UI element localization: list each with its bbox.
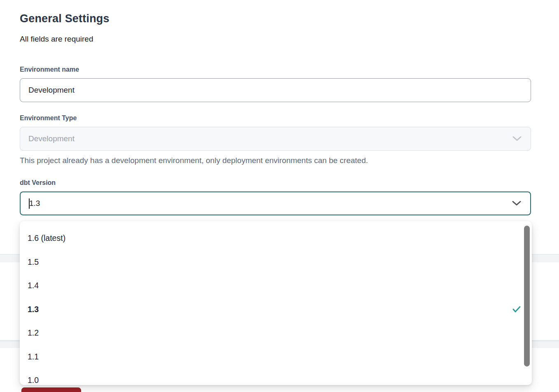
- dropdown-option[interactable]: 1.6 (latest): [20, 226, 532, 250]
- option-label: 1.3: [28, 305, 39, 314]
- option-label: 1.5: [28, 257, 39, 267]
- option-label: 1.0: [28, 376, 39, 385]
- dbt-version-dropdown-menu: 1.6 (latest) 1.5 1.4 1.3 1.2 1.1 1.0: [20, 221, 532, 385]
- page-title: General Settings: [20, 12, 109, 25]
- page-subtitle: All fields are required: [20, 35, 93, 44]
- dropdown-option[interactable]: 1.2: [20, 321, 532, 345]
- dropdown-scrollbar-thumb[interactable]: [524, 226, 530, 366]
- dropdown-option-selected[interactable]: 1.3: [20, 298, 532, 322]
- environment-name-input[interactable]: [20, 78, 531, 102]
- check-icon: [512, 305, 521, 313]
- environment-type-label: Environment Type: [20, 114, 77, 122]
- dbt-version-label: dbt Version: [20, 179, 56, 187]
- dropdown-option[interactable]: 1.0: [20, 369, 532, 385]
- option-label: 1.1: [28, 352, 39, 362]
- environment-type-helper-text: This project already has a development e…: [20, 156, 368, 165]
- environment-settings-page: General Settings All fields are required…: [0, 0, 559, 392]
- environment-name-label: Environment name: [20, 66, 79, 73]
- environment-type-value: Development: [28, 134, 75, 143]
- option-label: 1.2: [28, 328, 39, 338]
- chevron-down-icon: [512, 136, 522, 142]
- chevron-down-icon[interactable]: [512, 201, 521, 206]
- dropdown-option[interactable]: 1.1: [20, 345, 532, 369]
- dbt-version-value: 1.3: [29, 199, 40, 208]
- dropdown-option[interactable]: 1.5: [20, 250, 532, 274]
- dbt-version-combobox[interactable]: 1.3: [20, 191, 531, 215]
- option-label: 1.4: [28, 281, 39, 290]
- option-label: 1.6 (latest): [28, 233, 65, 243]
- dropdown-option[interactable]: 1.4: [20, 274, 532, 298]
- environment-type-select: Development: [20, 127, 531, 151]
